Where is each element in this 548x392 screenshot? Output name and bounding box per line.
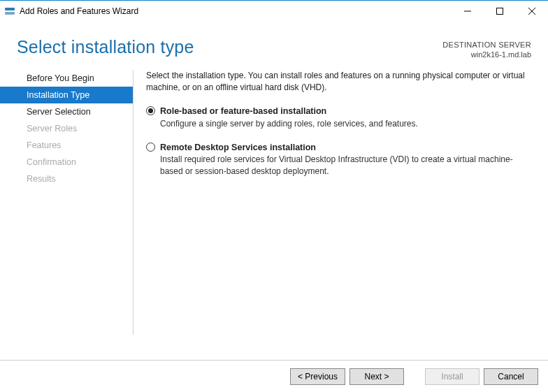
destination-server-value: win2k16-1.md.lab <box>442 50 531 59</box>
nav-item-before-you-begin[interactable]: Before You Begin <box>15 70 133 87</box>
option-desc: Install required role services for Virtu… <box>160 154 531 178</box>
option-text: Role-based or feature-based installation… <box>160 105 418 130</box>
cancel-button[interactable]: Cancel <box>484 368 538 385</box>
option-text: Remote Desktop Services installationInst… <box>160 141 531 178</box>
previous-button[interactable]: < Previous <box>290 368 345 385</box>
maximize-button[interactable] <box>484 1 516 22</box>
close-button[interactable] <box>516 1 548 22</box>
option-desc: Configure a single server by adding role… <box>160 118 418 130</box>
window-title: Add Roles and Features Wizard <box>20 6 138 16</box>
nav-item-installation-type[interactable]: Installation Type <box>0 87 133 103</box>
header: Select installation type DESTINATION SER… <box>0 22 548 66</box>
option-title: Role-based or feature-based installation <box>160 105 418 117</box>
next-button[interactable]: Next > <box>349 368 404 385</box>
destination-server-block: DESTINATION SERVER win2k16-1.md.lab <box>442 37 531 60</box>
nav-item-server-selection[interactable]: Server Selection <box>15 103 133 120</box>
nav-item-features: Features <box>15 137 133 154</box>
install-option-1[interactable]: Remote Desktop Services installationInst… <box>146 141 531 178</box>
install-option-0[interactable]: Role-based or feature-based installation… <box>146 105 531 130</box>
wizard-nav: Before You BeginInstallation TypeServer … <box>0 70 133 335</box>
destination-server-label: DESTINATION SERVER <box>442 40 531 50</box>
radio-icon[interactable] <box>146 106 155 115</box>
svg-rect-1 <box>5 12 15 15</box>
install-button: Install <box>425 368 480 385</box>
wizard-footer: < Previous Next > Install Cancel <box>0 360 548 392</box>
svg-rect-0 <box>5 8 15 10</box>
intro-text: Select the installation type. You can in… <box>146 70 531 94</box>
wizard-content: Select the installation type. You can in… <box>146 70 548 335</box>
server-manager-icon <box>4 6 15 17</box>
nav-item-server-roles: Server Roles <box>15 120 133 137</box>
titlebar: Add Roles and Features Wizard <box>0 1 548 22</box>
nav-item-results: Results <box>15 170 133 187</box>
minimize-button[interactable] <box>452 1 484 22</box>
nav-item-confirmation: Confirmation <box>15 154 133 170</box>
window-controls <box>452 1 548 22</box>
option-title: Remote Desktop Services installation <box>160 141 531 154</box>
vertical-divider <box>133 70 134 335</box>
page-title: Select installation type <box>17 37 194 57</box>
radio-icon[interactable] <box>146 143 155 152</box>
wizard-body: Before You BeginInstallation TypeServer … <box>0 66 548 335</box>
svg-rect-3 <box>497 8 503 15</box>
